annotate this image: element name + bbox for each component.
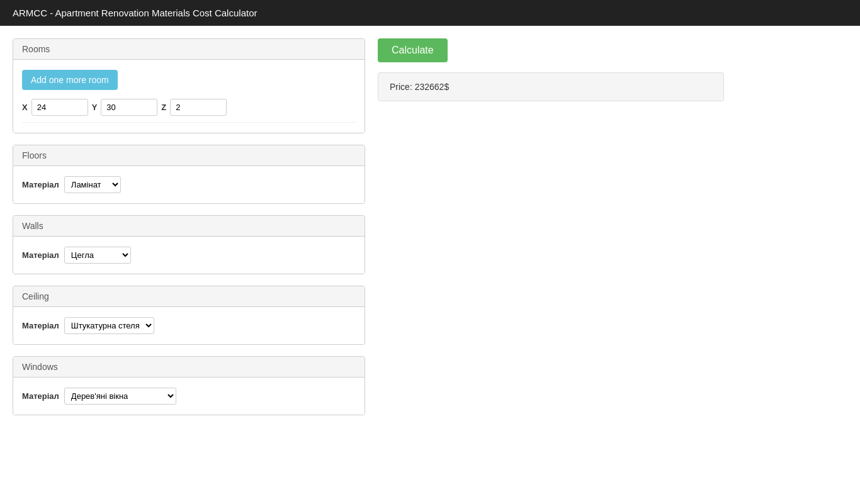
price-text: Price: 232662$ [390, 82, 449, 92]
windows-body: Матеріал Дерев'яні вікна Металопластиков… [13, 378, 365, 415]
app-title: ARMCC - Apartment Renovation Materials C… [13, 8, 257, 18]
y-label: Y [92, 103, 98, 112]
y-input[interactable] [101, 99, 157, 116]
rooms-body: Add one more room X Y Z [13, 60, 365, 133]
windows-section: Windows Матеріал Дерев'яні вікна Металоп… [13, 356, 365, 415]
walls-body: Матеріал Цегла Гіпсокартон Пеноблок Бето… [13, 237, 365, 274]
walls-material-select[interactable]: Цегла Гіпсокартон Пеноблок Бетон [64, 247, 131, 264]
windows-material-select[interactable]: Дерев'яні вікна Металопластикові вікна А… [64, 388, 176, 405]
z-label: Z [161, 103, 166, 112]
walls-material-label: Матеріал [22, 250, 59, 260]
windows-header: Windows [13, 357, 365, 378]
ceiling-material-row: Матеріал Штукатурна стеля Натяжна стеля … [22, 317, 356, 334]
floors-body: Матеріал Ламінат Паркет Плитка Лінолеум [13, 166, 365, 203]
price-display: Price: 232662$ [378, 72, 724, 101]
floors-material-select[interactable]: Ламінат Паркет Плитка Лінолеум [64, 176, 121, 193]
rooms-header: Rooms [13, 39, 365, 60]
ceiling-body: Матеріал Штукатурна стеля Натяжна стеля … [13, 307, 365, 344]
add-room-button[interactable]: Add one more room [22, 70, 118, 90]
room-dimension-inputs: X Y Z [22, 99, 356, 116]
rooms-section: Rooms Add one more room X Y Z [13, 38, 365, 133]
ceiling-material-label: Матеріал [22, 321, 59, 330]
floors-section: Floors Матеріал Ламінат Паркет Плитка Лі… [13, 145, 365, 204]
walls-material-row: Матеріал Цегла Гіпсокартон Пеноблок Бето… [22, 247, 356, 264]
ceiling-header: Ceiling [13, 286, 365, 307]
windows-material-label: Матеріал [22, 391, 59, 401]
app-header: ARMCC - Apartment Renovation Materials C… [0, 0, 860, 26]
floors-material-row: Матеріал Ламінат Паркет Плитка Лінолеум [22, 176, 356, 193]
ceiling-section: Ceiling Матеріал Штукатурна стеля Натяжн… [13, 286, 365, 345]
x-input[interactable] [31, 99, 88, 116]
windows-material-row: Матеріал Дерев'яні вікна Металопластиков… [22, 388, 356, 405]
walls-header: Walls [13, 216, 365, 237]
walls-section: Walls Матеріал Цегла Гіпсокартон Пенобло… [13, 215, 365, 274]
z-input[interactable] [170, 99, 227, 116]
floors-material-label: Матеріал [22, 180, 59, 189]
calculate-button[interactable]: Calculate [378, 38, 448, 62]
floors-header: Floors [13, 145, 365, 166]
x-label: X [22, 103, 28, 112]
right-panel: Calculate Price: 232662$ [378, 38, 847, 415]
left-panel: Rooms Add one more room X Y Z Floors [13, 38, 365, 415]
ceiling-material-select[interactable]: Штукатурна стеля Натяжна стеля Підвісна … [64, 317, 154, 334]
